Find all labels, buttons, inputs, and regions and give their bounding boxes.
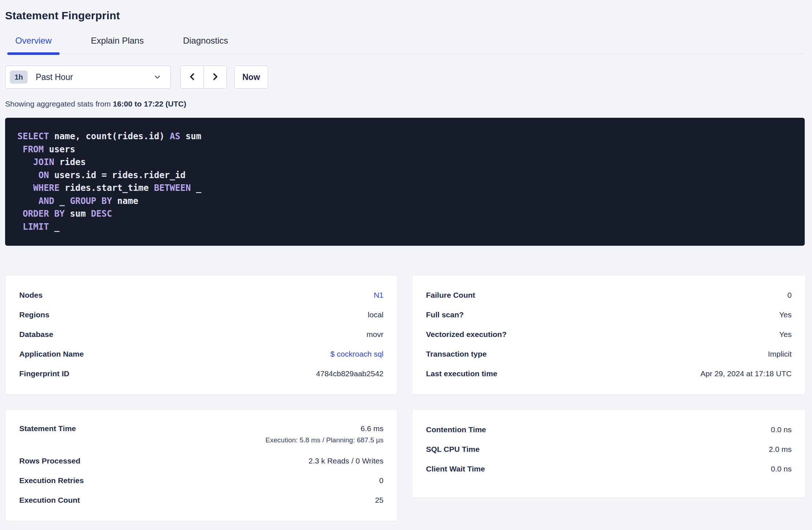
sql-text <box>17 196 39 206</box>
sql-text: users.id = rides.rider_id <box>49 170 186 180</box>
overview-card: NodesN1RegionslocalDatabasemovrApplicati… <box>5 275 398 395</box>
tab-explain-plans[interactable]: Explain Plans <box>83 36 152 53</box>
sql-text: sum <box>180 131 201 141</box>
stat-value-failure-count: 0 <box>787 291 792 300</box>
stat-row: SQL CPU Time2.0 ms <box>426 439 792 459</box>
wait-times-card: Contention Time0.0 nsSQL CPU Time2.0 msC… <box>412 409 806 498</box>
stat-label-fingerprint-id: Fingerprint ID <box>19 369 69 378</box>
stat-value-contention-time: 0.0 ns <box>771 425 792 434</box>
stat-row: Client Wait Time0.0 ns <box>426 459 792 479</box>
stat-label-nodes: Nodes <box>19 291 43 300</box>
tab-overview[interactable]: Overview <box>7 36 60 53</box>
sql-keyword: BETWEEN <box>154 183 191 193</box>
sql-text: _ <box>49 222 60 232</box>
execution-attributes-card: Failure Count0Full scan?YesVectorized ex… <box>412 275 806 395</box>
stat-value-regions: local <box>368 310 383 319</box>
stat-value-block: 25 <box>375 496 383 505</box>
stat-row: Execution Retries0 <box>19 471 383 490</box>
time-range-label: Past Hour <box>36 72 73 82</box>
stat-row: Regionslocal <box>19 305 383 325</box>
sql-text <box>17 144 23 154</box>
stat-value-block: Yes <box>779 310 792 319</box>
sql-text: rides.start_time <box>60 183 154 193</box>
chevron-right-icon <box>210 72 220 83</box>
stat-row: Application Name$ cockroach sql <box>19 344 383 364</box>
time-controls: 1h Past Hour Now <box>5 65 805 89</box>
stat-value-block: N1 <box>374 291 383 300</box>
sql-keyword: ORDER BY <box>23 209 65 219</box>
sql-line: WHERE rides.start_time BETWEEN _ <box>17 182 792 195</box>
stat-value-block: movr <box>366 330 383 339</box>
stat-value-block: Yes <box>779 330 792 339</box>
next-time-button[interactable] <box>204 66 226 88</box>
sql-line: SELECT name, count(rides.id) AS sum <box>17 130 792 143</box>
tab-label: Overview <box>15 36 52 45</box>
stat-label-statement-time: Statement Time <box>19 424 76 433</box>
time-range-dropdown[interactable]: 1h Past Hour <box>5 65 171 89</box>
stat-value-execution-count: 25 <box>375 496 383 505</box>
sql-text: sum <box>65 209 91 219</box>
stat-value-link-nodes[interactable]: N1 <box>374 291 383 300</box>
stat-value-block: 4784cb829aab2542 <box>316 369 383 378</box>
tab-bar: OverviewExplain PlansDiagnostics <box>5 36 805 54</box>
time-step-group <box>180 65 227 89</box>
sql-text <box>17 183 33 193</box>
sql-line: ORDER BY sum DESC <box>17 208 792 221</box>
aggregated-stats-caption: Showing aggregated stats from 16:00 to 1… <box>5 100 805 108</box>
sql-line: AND _ GROUP BY name <box>17 195 792 208</box>
chevron-down-icon <box>153 73 162 81</box>
sql-text <box>17 222 23 232</box>
stat-value-block: 0.0 ns <box>771 465 792 473</box>
stat-label-last-execution-time: Last execution time <box>426 369 497 378</box>
stat-row: Fingerprint ID4784cb829aab2542 <box>19 364 383 384</box>
stat-value-block: 6.6 msExecution: 5.8 ms / Planning: 687.… <box>265 424 383 444</box>
prev-time-button[interactable] <box>181 66 204 88</box>
caption-time-range: 16:00 to 17:22 (UTC) <box>113 100 186 108</box>
sql-keyword: JOIN <box>33 157 54 167</box>
sql-text: rides <box>54 157 86 167</box>
stat-value-link-application-name[interactable]: $ cockroach sql <box>330 350 383 358</box>
tab-diagnostics[interactable]: Diagnostics <box>175 36 236 53</box>
stat-label-sql-cpu-time: SQL CPU Time <box>426 445 479 454</box>
sql-line: FROM users <box>17 143 792 156</box>
stat-row: Vectorized execution?Yes <box>426 325 792 344</box>
sql-keyword: GROUP BY <box>70 196 112 206</box>
sql-text <box>17 209 23 219</box>
stat-row: Failure Count0 <box>426 285 792 305</box>
stat-value-client-wait-time: 0.0 ns <box>771 465 792 473</box>
sql-text: name <box>112 196 138 206</box>
now-button[interactable]: Now <box>234 65 268 89</box>
stat-value-full-scan: Yes <box>779 310 792 319</box>
stat-row: Contention Time0.0 ns <box>426 420 792 439</box>
tab-label: Diagnostics <box>183 36 228 45</box>
stat-value-block: 0.0 ns <box>771 425 792 434</box>
stat-label-regions: Regions <box>19 310 49 319</box>
stat-subvalue: Execution: 5.8 ms / Planning: 687.5 µs <box>265 436 383 444</box>
stat-row: Full scan?Yes <box>426 305 792 325</box>
sql-line: LIMIT _ <box>17 221 792 234</box>
page-title: Statement Fingerprint <box>5 9 805 22</box>
stat-value-database: movr <box>366 330 383 339</box>
stat-row: Rows Processed2.3 k Reads / 0 Writes <box>19 451 383 471</box>
tab-label: Explain Plans <box>91 36 144 45</box>
stat-label-client-wait-time: Client Wait Time <box>426 465 485 473</box>
sql-line: ON users.id = rides.rider_id <box>17 169 792 182</box>
stat-label-contention-time: Contention Time <box>426 425 486 434</box>
stat-label-transaction-type: Transaction type <box>426 350 487 358</box>
sql-keyword: WHERE <box>33 183 59 193</box>
timing-card: Statement Time6.6 msExecution: 5.8 ms / … <box>5 409 398 521</box>
sql-keyword: AND <box>39 196 54 206</box>
stat-row: Execution Count25 <box>19 490 383 510</box>
stat-label-execution-count: Execution Count <box>19 496 80 505</box>
sql-keyword: SELECT <box>17 131 49 141</box>
time-range-badge: 1h <box>10 71 28 84</box>
sql-fingerprint-block: SELECT name, count(rides.id) AS sum FROM… <box>5 118 805 246</box>
stat-label-vectorized-execution: Vectorized execution? <box>426 330 507 339</box>
stat-value-block: local <box>368 310 383 319</box>
sql-keyword: ON <box>39 170 49 180</box>
stat-value-block: Apr 29, 2024 at 17:18 UTC <box>700 369 792 378</box>
stat-value-sql-cpu-time: 2.0 ms <box>769 445 792 454</box>
stat-value-vectorized-execution: Yes <box>779 330 792 339</box>
stat-row: Transaction typeImplicit <box>426 344 792 364</box>
stat-value-block: 0 <box>787 291 792 300</box>
